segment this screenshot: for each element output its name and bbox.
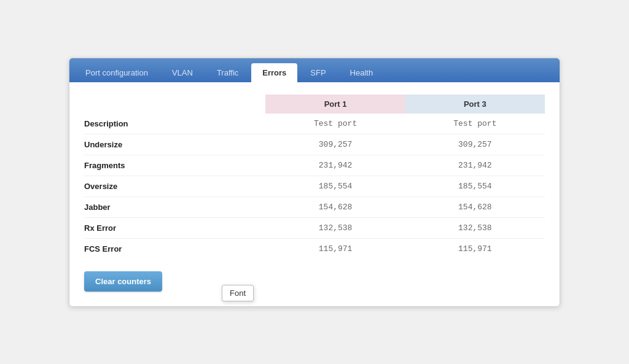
row-port3-value-1: 309,257 xyxy=(405,134,545,155)
row-label-3: Oversize xyxy=(84,176,265,196)
row-port3-value-6: 115,971 xyxy=(405,238,545,259)
tab-health[interactable]: Health xyxy=(339,63,385,82)
port1-header: Port 1 xyxy=(265,95,405,114)
table-row: Fragments231,942231,942 xyxy=(84,155,545,176)
tab-traffic[interactable]: Traffic xyxy=(206,63,249,82)
row-port3-value-4: 154,628 xyxy=(405,196,545,217)
table-row: Rx Error132,538132,538 xyxy=(84,217,545,238)
row-port1-value-5: 132,538 xyxy=(265,217,405,238)
row-port1-value-0: Test port xyxy=(265,114,405,134)
table-row: Jabber154,628154,628 xyxy=(84,196,545,217)
row-label-6: FCS Error xyxy=(84,238,265,259)
row-label-0: Description xyxy=(84,114,265,134)
row-label-5: Rx Error xyxy=(84,217,265,238)
table-row: Oversize185,554185,554 xyxy=(84,176,545,196)
row-port3-value-0: Test port xyxy=(405,114,545,134)
port3-header: Port 3 xyxy=(405,95,545,114)
row-port3-value-2: 231,942 xyxy=(405,155,545,176)
row-port3-value-5: 132,538 xyxy=(405,217,545,238)
tab-bar: Port configuration VLAN Traffic Errors S… xyxy=(69,58,560,82)
tab-vlan[interactable]: VLAN xyxy=(161,63,204,82)
empty-header xyxy=(84,95,265,114)
panel: Port configuration VLAN Traffic Errors S… xyxy=(69,58,560,307)
row-port1-value-4: 154,628 xyxy=(265,196,405,217)
row-label-4: Jabber xyxy=(84,196,265,217)
row-label-1: Undersize xyxy=(84,134,265,155)
tab-port-configuration[interactable]: Port configuration xyxy=(74,63,159,82)
row-port1-value-3: 185,554 xyxy=(265,176,405,196)
table-row: DescriptionTest portTest port xyxy=(84,114,545,134)
tab-sfp[interactable]: SFP xyxy=(299,63,337,82)
row-port1-value-2: 231,942 xyxy=(265,155,405,176)
content-area: Port 1 Port 3 DescriptionTest portTest p… xyxy=(69,82,560,306)
row-port1-value-1: 309,257 xyxy=(265,134,405,155)
row-port3-value-3: 185,554 xyxy=(405,176,545,196)
tab-errors[interactable]: Errors xyxy=(251,63,297,82)
table-row: FCS Error115,971115,971 xyxy=(84,238,545,259)
errors-table: Port 1 Port 3 DescriptionTest portTest p… xyxy=(84,95,545,259)
font-tooltip: Font xyxy=(222,285,254,301)
clear-counters-button[interactable]: Clear counters xyxy=(84,271,162,292)
row-port1-value-6: 115,971 xyxy=(265,238,405,259)
row-label-2: Fragments xyxy=(84,155,265,176)
table-row: Undersize309,257309,257 xyxy=(84,134,545,155)
